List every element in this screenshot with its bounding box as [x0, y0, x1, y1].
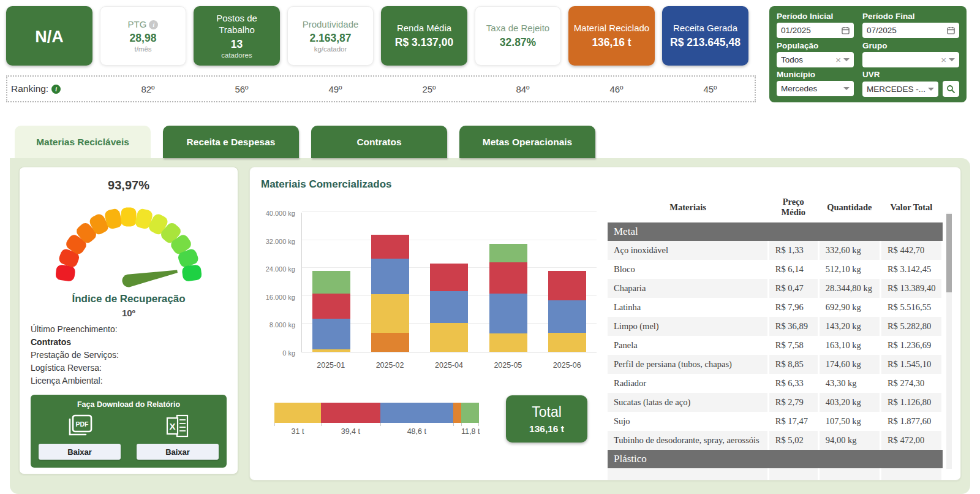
clear-icon[interactable]: ×: [835, 55, 841, 64]
bar-segment-vermelho[interactable]: [371, 235, 409, 259]
filter-municipio: Município Mercedes: [777, 67, 854, 97]
chevron-down-icon[interactable]: [928, 88, 934, 91]
table-cell: Aço inoxidável: [608, 241, 768, 260]
info-icon[interactable]: i: [149, 20, 158, 29]
bar-segment-azul[interactable]: [312, 319, 350, 349]
tab-metas-operacionais[interactable]: Metas Operacionais: [459, 126, 595, 158]
filter-periodo-inicial: Período Inicial 01/2025: [777, 9, 854, 39]
status-line: Prestação de Serviços:: [31, 349, 227, 362]
chart-plot: [301, 213, 597, 352]
table-cell: R$ 5.516,55: [880, 298, 942, 317]
bar-segment-verde[interactable]: [489, 244, 527, 262]
tab-contratos[interactable]: Contratos: [311, 126, 447, 158]
table-scrollbar[interactable]: [946, 213, 952, 469]
table-cell: R$ 5,02: [768, 431, 818, 450]
totals-segment-laranja[interactable]: [453, 403, 461, 423]
kpi-unit: t/mês: [134, 45, 151, 53]
ranking-value: 84º: [480, 84, 566, 94]
table-scrollbar-thumb[interactable]: [946, 214, 952, 292]
column-header: Materiais: [608, 192, 768, 222]
bar-segment-azul[interactable]: [371, 259, 409, 294]
ranking-bar: Ranking: i 82º56º49º25º84º46º45º: [6, 75, 756, 102]
y-axis-label: 0 kg: [258, 349, 295, 357]
kpi-value: 2.163,87: [309, 32, 351, 45]
uvr-select[interactable]: MERCEDES -...: [862, 82, 938, 97]
totals-segment-verde[interactable]: [461, 403, 479, 423]
bar-segment-amarelo[interactable]: [548, 333, 586, 352]
ranking-value: 82º: [105, 84, 191, 94]
bar-segment-azul[interactable]: [489, 294, 527, 333]
tab-materias-reciclaveis[interactable]: Materias Recicláveis: [15, 126, 151, 158]
chevron-down-icon[interactable]: [949, 58, 955, 61]
table-cell: 94,00 kg: [818, 431, 880, 450]
totals-segment-azul[interactable]: [380, 403, 453, 423]
table-cell: [880, 468, 942, 481]
clear-icon[interactable]: ×: [941, 55, 946, 64]
filter-label: Período Final: [862, 12, 959, 21]
filter-label: Período Inicial: [777, 12, 854, 21]
pdf-download: PDF Baixar: [39, 412, 121, 460]
bar-segment-verde[interactable]: [312, 271, 350, 294]
table-cell: R$ 1,33: [768, 241, 818, 260]
table-cell: Sucatas (latas de aço): [608, 393, 768, 412]
excel-icon: X: [162, 412, 193, 439]
y-axis-label: 32.000 kg: [258, 238, 295, 245]
kpi-card-postos[interactable]: Postos de Trabalho13catadores: [194, 6, 280, 66]
table-cell: 403,20 kg: [818, 393, 880, 412]
bar-segment-amarelo[interactable]: [312, 349, 350, 352]
table-cell: R$ 6,33: [768, 374, 818, 393]
bar-segment-vermelho[interactable]: [430, 264, 468, 292]
y-axis-label: 40.000 kg: [258, 210, 295, 217]
kpi-card-ptg[interactable]: PTGi28,98t/mês: [100, 6, 186, 66]
bar-segment-azul[interactable]: [548, 300, 586, 332]
kpi-value: 32.87%: [500, 36, 536, 49]
kpi-card-material-reciclado[interactable]: Material Reciclado136,16 t: [568, 6, 655, 66]
bar-segment-amarelo[interactable]: [430, 323, 468, 352]
kpi-card-taxa-rejeito[interactable]: Taxa de Rejeito32.87%: [475, 6, 561, 66]
bar-segment-amarelo[interactable]: [489, 333, 527, 352]
pdf-icon: PDF: [64, 412, 95, 439]
bar-segment-vermelho[interactable]: [489, 262, 527, 294]
bar-segment-amarelo[interactable]: [371, 294, 409, 333]
calendar-icon[interactable]: [842, 26, 850, 34]
filter-panel: Período Inicial 01/2025 Período Final 07…: [769, 6, 967, 102]
periodo-inicial-input[interactable]: 01/2025: [777, 23, 854, 38]
chevron-down-icon[interactable]: [843, 58, 850, 61]
download-pdf-button[interactable]: Baixar: [39, 444, 121, 460]
table-cell: R$ 3.142,45: [880, 260, 942, 279]
table-row: ChapariaR$ 0,4728.344,80 kgR$ 13.389,40: [608, 279, 943, 298]
table-row: Perfil de persiana (tubos, chapas)R$ 8,8…: [608, 355, 943, 374]
totals-segment-label: 39,4 t: [321, 426, 380, 436]
totals-segment-vermelho[interactable]: [321, 403, 380, 423]
grupo-select[interactable]: ×: [862, 52, 959, 67]
table-cell: R$ 2,79: [768, 393, 818, 412]
bar-2025-04: [430, 213, 468, 352]
kpi-card-produtividade[interactable]: Produtividade2.163,87kg/catador: [287, 6, 374, 66]
kpi-card-na[interactable]: N/A: [6, 6, 92, 66]
calendar-icon[interactable]: [947, 26, 955, 34]
table-cell: Chaparia: [608, 279, 768, 298]
kpi-label-text: Receita Gerada: [673, 23, 737, 34]
periodo-final-input[interactable]: 07/2025: [862, 23, 959, 38]
bar-segment-vermelho[interactable]: [548, 271, 586, 300]
ranking-value: 25º: [386, 84, 472, 94]
table-cell: R$ 442,70: [880, 241, 942, 260]
kpi-card-receita-gerada[interactable]: Receita GeradaR$ 213.645,48: [662, 6, 748, 66]
dashboard: N/APTGi28,98t/mêsPostos de Trabalho13cat…: [0, 0, 980, 494]
totals-segment-label: 31 t: [274, 426, 321, 436]
chevron-down-icon[interactable]: [843, 87, 850, 90]
bar-segment-laranja[interactable]: [371, 333, 409, 352]
bar-segment-azul[interactable]: [430, 291, 468, 322]
filter-populacao: População Todos ×: [777, 39, 854, 68]
bar-segment-vermelho[interactable]: [312, 294, 350, 318]
x-axis-label: 2025-04: [428, 361, 470, 370]
populacao-select[interactable]: Todos ×: [777, 52, 854, 67]
municipio-select[interactable]: Mercedes: [777, 81, 854, 96]
table-cell: R$ 8,85: [768, 355, 818, 374]
kpi-card-renda-media[interactable]: Renda MédiaR$ 3.137,00: [381, 6, 467, 66]
search-button[interactable]: [943, 81, 959, 97]
info-icon[interactable]: i: [51, 85, 61, 94]
totals-segment-amarelo[interactable]: [274, 403, 321, 423]
tab-receita-despesas[interactable]: Receita e Despesas: [163, 126, 299, 158]
download-excel-button[interactable]: Baixar: [137, 444, 219, 460]
